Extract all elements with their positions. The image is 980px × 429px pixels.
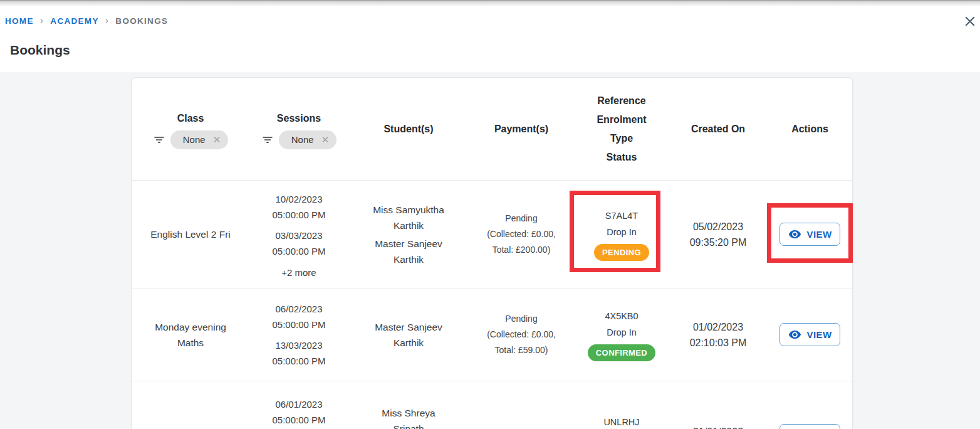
- reference-status-cell: 4X5KB0 Drop In CONFIRMED: [575, 289, 669, 381]
- view-button[interactable]: VIEW: [779, 323, 840, 346]
- sessions-filter-chip-label: None: [291, 130, 314, 149]
- class-name: Monday evening Maths: [143, 319, 237, 351]
- session-date: 10/02/2023: [272, 191, 325, 207]
- column-header-class-label: Class: [177, 109, 204, 128]
- session-time: 05:00:00 PM: [272, 317, 325, 332]
- top-toolbar-edge: [0, 0, 980, 6]
- chip-remove-icon[interactable]: ✕: [213, 135, 221, 144]
- session-date: 06/02/2023: [272, 301, 325, 317]
- eye-icon: [788, 228, 801, 241]
- view-button[interactable]: VIEW: [779, 223, 840, 246]
- session-date: 13/03/2023: [272, 337, 325, 353]
- table-row: 06/01/2023 05:00:00 PM Miss Shreya Srina…: [132, 381, 852, 429]
- student-name: Miss Samyuktha Karthik: [368, 202, 449, 233]
- status-badge: PENDING: [594, 244, 649, 261]
- session-date: 03/03/2023: [272, 228, 325, 243]
- column-header-students: Student(s): [349, 78, 468, 180]
- student-name: Miss Shreya Srinath: [368, 405, 449, 429]
- session-time: 05:00:00 PM: [272, 353, 325, 369]
- created-date: 21/01/2023: [693, 424, 743, 429]
- booking-reference: S7AL4T: [605, 208, 638, 224]
- column-header-payments: Payment(s): [468, 78, 575, 180]
- created-date: 01/02/2023: [693, 319, 743, 335]
- booking-reference: UNLRHJ: [603, 414, 639, 429]
- created-time: 09:35:20 PM: [690, 235, 747, 250]
- session-date: 06/01/2023: [272, 396, 325, 412]
- column-header-class: Class None ✕: [132, 78, 249, 180]
- chevron-right-icon: ›: [105, 15, 110, 26]
- breadcrumb: HOME › ACADEMY › BOOKINGS: [5, 15, 168, 26]
- column-header-created: Created On: [669, 78, 768, 180]
- breadcrumb-academy[interactable]: ACADEMY: [50, 16, 98, 26]
- sessions-filter-chip[interactable]: None ✕: [279, 130, 336, 149]
- column-header-reference: Reference Enrolment Type Status: [575, 78, 669, 180]
- status-badge: CONFIRMED: [588, 344, 655, 361]
- column-header-sessions-label: Sessions: [277, 109, 321, 128]
- view-button[interactable]: VIEW: [779, 424, 840, 429]
- chip-remove-icon[interactable]: ✕: [321, 135, 330, 144]
- more-sessions-link[interactable]: +2 more: [281, 265, 316, 280]
- breadcrumb-bookings: BOOKINGS: [115, 16, 168, 26]
- session-time: 05:00:00 PM: [272, 207, 325, 223]
- payment-total: Total: £200.00): [493, 242, 551, 258]
- class-filter-chip-label: None: [183, 130, 206, 149]
- table-row: English Level 2 Fri 10/02/2023 05:00:00 …: [132, 181, 852, 289]
- class-filter-chip[interactable]: None ✕: [170, 130, 228, 149]
- enrolment-type: Drop In: [607, 324, 637, 341]
- payment-collected: (Collected: £0.00,: [487, 226, 556, 242]
- filter-icon[interactable]: [153, 134, 165, 146]
- payment-status: Pending: [505, 311, 537, 327]
- payment-status: Pending: [505, 211, 537, 226]
- table-row: Monday evening Maths 06/02/2023 05:00:00…: [132, 289, 852, 381]
- enrolment-type: Drop In: [607, 224, 637, 240]
- bookings-table-card: Class None ✕ Sessions: [132, 77, 853, 429]
- breadcrumb-home[interactable]: HOME: [5, 16, 34, 26]
- payment-collected: (Collected: £0.00,: [487, 327, 556, 342]
- table-header-row: Class None ✕ Sessions: [132, 78, 852, 181]
- payment-total: Total: £59.00): [495, 342, 548, 358]
- page-title: Bookings: [10, 43, 70, 58]
- class-name: English Level 2 Fri: [150, 226, 231, 242]
- eye-icon: [788, 328, 801, 341]
- student-name: Master Sanjeev Karthik: [368, 236, 449, 267]
- session-time: 05:00:00 PM: [272, 243, 325, 259]
- reference-status-cell: S7AL4T Drop In PENDING: [575, 181, 669, 288]
- chevron-right-icon: ›: [40, 15, 44, 26]
- column-header-sessions: Sessions None ✕: [249, 78, 349, 180]
- view-button-label: VIEW: [807, 229, 832, 240]
- column-header-actions: Actions: [768, 78, 852, 180]
- session-time: 05:00:00 PM: [272, 412, 325, 428]
- created-date: 05/02/2023: [693, 219, 743, 235]
- close-icon[interactable]: [961, 12, 979, 31]
- booking-reference: 4X5KB0: [605, 308, 638, 324]
- reference-status-cell: UNLRHJ: [575, 381, 669, 429]
- filter-icon[interactable]: [261, 134, 274, 146]
- student-name: Master Sanjeev Karthik: [368, 319, 449, 351]
- created-time: 02:10:03 PM: [690, 335, 747, 351]
- view-button-label: VIEW: [807, 329, 832, 340]
